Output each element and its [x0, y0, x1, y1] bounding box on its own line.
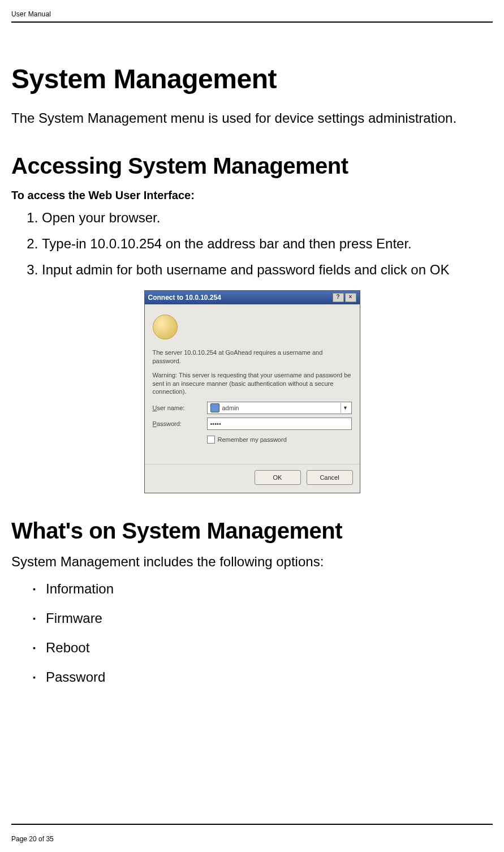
heading-system-management: System Management — [11, 63, 493, 94]
subheading-access-web-ui: To access the Web User Interface: — [11, 189, 493, 202]
header-title: User Manual — [11, 10, 493, 18]
page-number: Page 20 of 35 — [11, 835, 54, 843]
dialog-title-text: Connect to 10.0.10.254 — [148, 294, 221, 302]
username-field[interactable]: admin ▼ — [207, 402, 352, 414]
remember-label: Remember my password — [218, 436, 287, 443]
step-item: Open your browser. — [42, 210, 493, 226]
password-field[interactable]: ••••• — [207, 418, 352, 430]
key-icon — [153, 315, 178, 339]
cancel-button[interactable]: Cancel — [307, 470, 353, 485]
heading-accessing: Accessing System Management — [11, 153, 493, 179]
dialog-warning: Warning: This server is requesting that … — [153, 371, 352, 397]
list-item: Password — [33, 669, 493, 685]
list-item: Firmware — [33, 610, 493, 626]
help-icon[interactable]: ? — [333, 293, 344, 302]
footer-rule — [11, 824, 493, 825]
options-list: Information Firmware Reboot Password — [33, 581, 493, 685]
step-item: Type-in 10.0.10.254 on the address bar a… — [42, 236, 493, 252]
steps-list: Open your browser. Type-in 10.0.10.254 o… — [26, 210, 493, 278]
list-item: Information — [33, 581, 493, 597]
dialog-titlebar: Connect to 10.0.10.254 ? × — [145, 291, 360, 304]
username-label: User name: — [153, 405, 207, 411]
ok-button[interactable]: OK — [255, 470, 301, 485]
chevron-down-icon[interactable]: ▼ — [341, 403, 350, 413]
intro-paragraph-2: System Management includes the following… — [11, 554, 493, 570]
dialog-message: The server 10.0.10.254 at GoAhead requir… — [153, 348, 352, 365]
user-icon — [210, 403, 219, 412]
password-label: Password: — [153, 420, 207, 427]
heading-whats-on: What's on System Management — [11, 518, 493, 544]
close-icon[interactable]: × — [345, 293, 356, 302]
list-item: Reboot — [33, 640, 493, 656]
header-rule — [11, 21, 493, 23]
remember-checkbox[interactable] — [207, 436, 215, 444]
auth-dialog: Connect to 10.0.10.254 ? × The server 10… — [144, 290, 360, 493]
step-item: Input admin for both username and passwo… — [42, 262, 493, 278]
intro-paragraph-1: The System Management menu is used for d… — [11, 110, 493, 126]
